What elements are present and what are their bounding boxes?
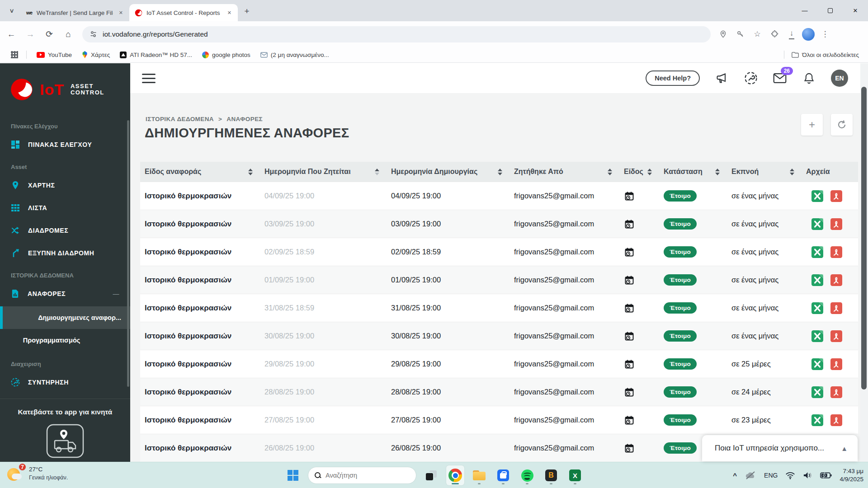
messages-button[interactable]: 26 [773,71,787,85]
onedrive-paused-icon[interactable] [745,471,756,480]
new-tab-button[interactable]: + [241,5,253,18]
pdf-file-icon[interactable] [830,302,842,314]
browser-menu-icon[interactable]: ⋮ [818,28,832,41]
reload-button[interactable]: ⟳ [42,27,57,42]
need-help-button[interactable]: Need Help? [646,70,700,86]
tray-chevron-icon[interactable]: ^ [733,472,737,479]
sort-icon[interactable] [790,169,794,175]
sidebar-item-list[interactable]: ΛΙΣΤΑ [0,198,130,218]
extensions-puzzle-icon[interactable] [768,28,781,41]
home-button[interactable]: ⌂ [61,27,76,42]
sort-icon[interactable] [498,169,502,175]
sidebar-item-dashboard[interactable]: ΠΙΝΑΚΑΣ ΕΛΕΓΧΟΥ [0,135,130,155]
chat-widget[interactable]: Ποια IoT υπηρεσία χρησιμοπο... ▲ [702,435,858,461]
wifi-icon[interactable] [785,472,795,479]
close-tab-icon[interactable]: ✕ [226,9,233,17]
sort-icon[interactable] [375,169,379,175]
chat-expand-icon[interactable]: ▲ [841,445,848,452]
column-requested-date[interactable]: Ημερομηνία Που Ζητείται [260,168,387,176]
profile-avatar[interactable] [802,28,815,41]
sidebar-subitem-scheduling[interactable]: Προγραμματισμός [0,329,130,352]
site-settings-icon[interactable] [90,30,97,38]
sort-icon[interactable] [647,169,652,175]
app-logo[interactable]: IoT ASSETCONTROL [0,63,130,105]
tab-iot-asset-control[interactable]: IoT Asset Control - Reports Gen ✕ [129,4,238,21]
page-scrollbar[interactable] [860,63,868,462]
sidebar-item-reports[interactable]: ΑΝΑΦΟΡΕΣ — [0,284,130,304]
bookmark-star-icon[interactable]: ☆ [750,28,764,41]
pdf-file-icon[interactable] [830,190,842,202]
language-indicator[interactable]: ENG [764,472,778,479]
excel-file-icon[interactable] [811,218,823,230]
pdf-file-icon[interactable] [830,218,842,230]
pdf-file-icon[interactable] [830,386,842,398]
user-avatar[interactable]: EN [831,70,848,87]
column-expiry[interactable]: Εκπνοή [727,168,802,176]
battery-charging-icon[interactable] [820,472,832,479]
sidebar-item-map[interactable]: ΧΑΡΤΗΣ [0,175,130,195]
excel-file-icon[interactable] [811,190,823,202]
menu-hamburger-icon[interactable] [142,74,156,83]
column-requested-by[interactable]: Ζητήθηκε Από [509,168,619,176]
downloads-icon[interactable]: ↓ [785,28,798,41]
excel-file-icon[interactable] [811,330,823,342]
close-tab-icon[interactable]: ✕ [117,9,125,17]
sidebar-subitem-generated-reports[interactable]: Δημιουργημενες αναφορ... [0,306,130,329]
column-created-date[interactable]: Ημερομηνία Δημιουργίας [387,168,509,176]
breadcrumb-reports[interactable]: ΑΝΑΦΟΡΕΣ [226,116,263,122]
pdf-file-icon[interactable] [830,358,842,370]
column-kind[interactable]: Είδος [619,168,659,176]
breadcrumb-historical[interactable]: ΙΣΤΟΡΙΚΑ ΔΕΔΟΜΕΝΑ [146,116,214,122]
clock[interactable]: 7:43 μμ 4/9/2025 [840,467,863,483]
add-report-button[interactable]: + [801,114,823,136]
column-status[interactable]: Κατάσταση [659,168,727,176]
password-key-icon[interactable] [733,28,747,41]
volume-icon[interactable] [803,471,812,479]
address-bar[interactable]: iot.vodafone.gr/reports/Generated [82,26,711,42]
tab-wetransfer[interactable]: we WeTransfer | Send Large Files Fa ✕ [21,4,129,21]
sidebar-item-routes[interactable]: ΔΙΑΔΡΟΜΕΣ [0,221,130,240]
mobile-app-truck-icon[interactable] [46,423,85,459]
url-text[interactable]: iot.vodafone.gr/reports/Generated [103,30,208,38]
forward-button[interactable]: → [23,27,38,42]
bookmark-google-photos[interactable]: google photos [202,52,250,58]
apps-grid-icon[interactable] [11,51,18,58]
bookmark-ati[interactable]: ATI Radeon™ HD 57... [120,52,192,58]
announcements-button[interactable] [715,71,729,85]
pdf-file-icon[interactable] [830,274,842,286]
sort-icon[interactable] [608,169,612,175]
excel-file-icon[interactable] [811,358,823,370]
location-icon[interactable] [716,28,730,41]
sidebar-scrollbar[interactable] [127,120,129,387]
tab-search-button[interactable]: ˅ [5,5,18,18]
excel-file-icon[interactable] [811,414,823,426]
pdf-file-icon[interactable] [830,246,842,258]
page-scrollbar-thumb[interactable] [861,87,867,389]
bookmark-youtube[interactable]: YouTube [37,52,72,58]
maximize-button[interactable] [817,0,843,21]
notifications-button[interactable] [802,71,816,85]
bookmark-maps[interactable]: Χάρτες [82,51,110,58]
close-window-button[interactable]: ✕ [843,0,868,21]
task-view-button[interactable] [422,465,440,485]
taskbar-excel[interactable]: X [566,465,584,485]
pdf-file-icon[interactable] [830,330,842,342]
taskbar-search[interactable] [308,467,416,484]
excel-file-icon[interactable] [811,274,823,286]
pdf-file-icon[interactable] [830,414,842,426]
excel-file-icon[interactable] [811,386,823,398]
taskbar-ms-store[interactable] [494,465,512,485]
sort-icon[interactable] [248,169,253,175]
bookmark-gmail-unread[interactable]: (2 μη αναγνωσμένο... [260,52,329,58]
taskbar-b-app[interactable]: B [542,465,560,485]
search-input[interactable] [326,472,402,479]
excel-file-icon[interactable] [811,246,823,258]
taskbar-spotify[interactable] [518,465,536,485]
sort-icon[interactable] [715,169,720,175]
sidebar-item-maintenance[interactable]: ΣΥΝΤΗΡΗΣΗ [0,372,130,392]
minimize-button[interactable]: — [792,0,817,21]
refresh-button[interactable] [831,114,853,136]
weather-widget[interactable]: 7 27°C Γενικά ηλιοφάν. [6,465,68,483]
back-button[interactable]: ← [4,27,19,42]
collapse-minus-icon[interactable]: — [113,290,119,297]
